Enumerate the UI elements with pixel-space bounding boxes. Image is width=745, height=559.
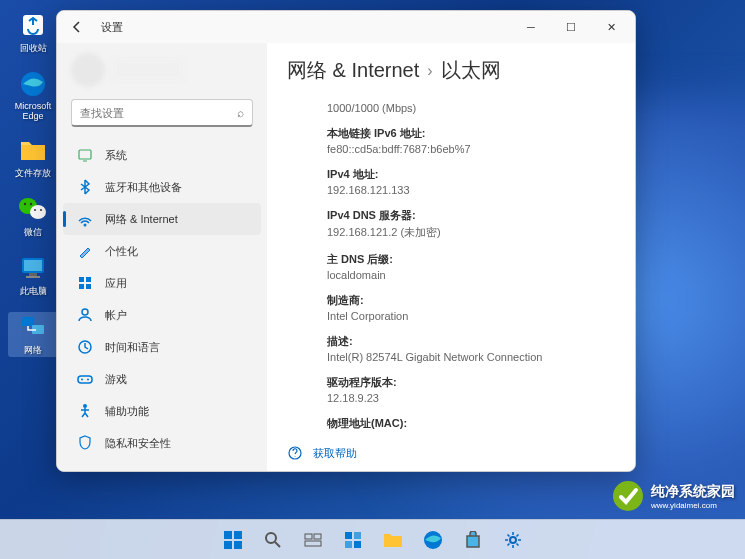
taskbar-edge-icon[interactable]: [415, 522, 451, 558]
content-area: 网络 & Internet › 以太网 1000/1000 (Mbps)本地链接…: [267, 43, 635, 471]
wechat-icon: [18, 194, 48, 224]
nav-label: 时间和语言: [105, 340, 160, 355]
breadcrumb: 网络 & Internet › 以太网: [267, 43, 635, 94]
svg-rect-31: [234, 541, 242, 549]
network-icon: [77, 211, 93, 227]
detail-row: IPv4 地址:192.168.121.133: [287, 161, 615, 202]
svg-rect-12: [22, 317, 34, 326]
detail-value: Intel(R) 82574L Gigabit Network Connecti…: [327, 351, 587, 363]
gaming-icon: [77, 371, 93, 387]
detail-value: 12.18.9.23: [327, 392, 587, 404]
nav-item-bluetooth[interactable]: 蓝牙和其他设备: [63, 171, 261, 203]
svg-point-41: [510, 537, 516, 543]
nav-item-time[interactable]: 时间和语言: [63, 331, 261, 363]
nav-label: 个性化: [105, 244, 138, 259]
help-text: 获取帮助: [313, 446, 357, 461]
nav-label: 蓝牙和其他设备: [105, 180, 182, 195]
maximize-button[interactable]: ☐: [551, 11, 591, 43]
desktop-label: Microsoft Edge: [8, 101, 58, 121]
detail-row: 物理地址(MAC):00-0C-29-27-AA-FA: [287, 410, 615, 435]
minimize-button[interactable]: ─: [511, 11, 551, 43]
taskbar-explorer-icon[interactable]: [375, 522, 411, 558]
taskbar-settings-icon[interactable]: [495, 522, 531, 558]
svg-rect-9: [24, 260, 42, 271]
detail-label: 驱动程序版本:: [327, 375, 587, 390]
nav-item-accessibility[interactable]: 辅助功能: [63, 395, 261, 427]
search-box[interactable]: ⌕: [71, 99, 253, 127]
detail-label: 制造商:: [327, 293, 587, 308]
search-input[interactable]: [80, 107, 237, 119]
nav-list: 系统蓝牙和其他设备网络 & Internet个性化应用帐户时间和语言游戏辅助功能…: [57, 139, 267, 463]
profile-name-blurred: [113, 60, 183, 80]
detail-row: 驱动程序版本:12.18.9.23: [287, 369, 615, 410]
svg-point-6: [34, 209, 36, 211]
apps-icon: [77, 275, 93, 291]
folder-icon: [18, 135, 48, 165]
svg-rect-18: [79, 284, 84, 289]
nav-item-apps[interactable]: 应用: [63, 267, 261, 299]
taskbar-widgets-icon[interactable]: [335, 522, 371, 558]
detail-row: 制造商:Intel Corporation: [287, 287, 615, 328]
svg-rect-30: [224, 541, 232, 549]
nav-label: 系统: [105, 148, 127, 163]
desktop-label: 网络: [24, 344, 42, 357]
detail-label: 本地链接 IPv6 地址:: [327, 126, 587, 141]
nav-item-privacy[interactable]: 隐私和安全性: [63, 427, 261, 459]
nav-item-network[interactable]: 网络 & Internet: [63, 203, 261, 235]
svg-rect-38: [345, 541, 352, 548]
detail-value: 192.168.121.2 (未加密): [327, 225, 587, 240]
desktop-icon-recycle[interactable]: 回收站: [8, 10, 58, 55]
svg-rect-11: [26, 276, 40, 278]
svg-point-4: [24, 203, 26, 205]
taskbar-store-icon[interactable]: [455, 522, 491, 558]
personalize-icon: [77, 243, 93, 259]
back-button[interactable]: [61, 11, 93, 43]
desktop-label: 微信: [24, 226, 42, 239]
svg-rect-36: [345, 532, 352, 539]
detail-row: 主 DNS 后缀:localdomain: [287, 246, 615, 287]
privacy-icon: [77, 435, 93, 451]
system-icon: [77, 147, 93, 163]
breadcrumb-parent[interactable]: 网络 & Internet: [287, 57, 419, 84]
svg-rect-35: [305, 541, 321, 546]
time-icon: [77, 339, 93, 355]
svg-rect-14: [79, 150, 91, 159]
detail-row: IPv4 DNS 服务器:192.168.121.2 (未加密): [287, 202, 615, 246]
profile-area[interactable]: [57, 51, 267, 89]
nav-item-personalize[interactable]: 个性化: [63, 235, 261, 267]
desktop-icons: 回收站 Microsoft Edge 文件存放 微信 此电脑 网络: [8, 10, 58, 357]
detail-label: IPv4 DNS 服务器:: [327, 208, 587, 223]
get-help-link[interactable]: 获取帮助: [267, 435, 635, 471]
nav-item-update[interactable]: Windows 更新: [63, 459, 261, 463]
desktop-icon-edge[interactable]: Microsoft Edge: [8, 69, 58, 121]
nav-label: 网络 & Internet: [105, 212, 178, 227]
nav-item-gaming[interactable]: 游戏: [63, 363, 261, 395]
desktop-icon-wechat[interactable]: 微信: [8, 194, 58, 239]
desktop-icon-folder[interactable]: 文件存放: [8, 135, 58, 180]
detail-row: 1000/1000 (Mbps): [287, 94, 615, 120]
detail-row: 本地链接 IPv6 地址:fe80::cd5a:bdff:7687:b6eb%7: [287, 120, 615, 161]
svg-rect-10: [29, 273, 37, 276]
close-button[interactable]: ✕: [591, 11, 631, 43]
nav-item-accounts[interactable]: 帐户: [63, 299, 261, 331]
help-icon: [287, 445, 303, 461]
start-button[interactable]: [215, 522, 251, 558]
svg-point-24: [87, 379, 89, 381]
taskbar-search-icon[interactable]: [255, 522, 291, 558]
nav-label: 应用: [105, 276, 127, 291]
desktop-icon-pc[interactable]: 此电脑: [8, 253, 58, 298]
nav-item-system[interactable]: 系统: [63, 139, 261, 171]
desktop-label: 回收站: [20, 42, 47, 55]
svg-rect-37: [354, 532, 361, 539]
arrow-left-icon: [70, 20, 84, 34]
taskbar-taskview-icon[interactable]: [295, 522, 331, 558]
nav-label: 游戏: [105, 372, 127, 387]
svg-point-3: [30, 205, 46, 219]
detail-label: IPv4 地址:: [327, 167, 587, 182]
accounts-icon: [77, 307, 93, 323]
window-title: 设置: [101, 20, 123, 35]
desktop-icon-network[interactable]: 网络: [8, 312, 58, 357]
nav-label: 隐私和安全性: [105, 436, 171, 451]
svg-rect-17: [86, 277, 91, 282]
edge-icon: [18, 69, 48, 99]
